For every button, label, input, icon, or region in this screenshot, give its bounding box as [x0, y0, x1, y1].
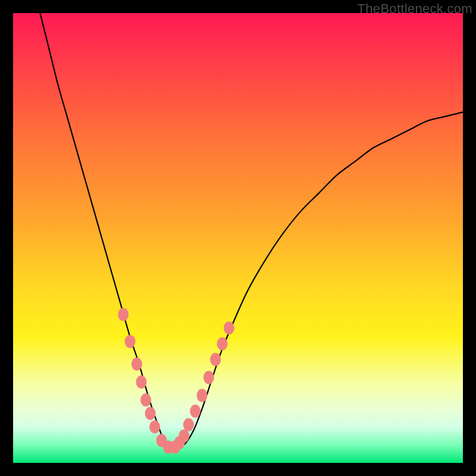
marker-group: [118, 308, 234, 454]
watermark-text: TheBottleneck.com: [358, 1, 472, 17]
data-marker: [178, 430, 189, 443]
data-marker: [224, 321, 234, 334]
data-marker: [136, 375, 146, 389]
data-marker: [131, 358, 142, 371]
data-marker: [118, 308, 129, 321]
data-marker: [125, 335, 136, 348]
data-marker: [210, 353, 221, 366]
bottleneck-curve: [40, 13, 463, 449]
data-marker: [140, 393, 151, 406]
data-marker: [145, 407, 156, 420]
chart-svg: [0, 0, 476, 476]
data-marker: [203, 371, 214, 384]
data-marker: [190, 405, 201, 418]
data-marker: [217, 337, 228, 350]
data-marker: [149, 421, 160, 434]
data-marker: [197, 389, 208, 402]
data-marker: [183, 418, 194, 431]
